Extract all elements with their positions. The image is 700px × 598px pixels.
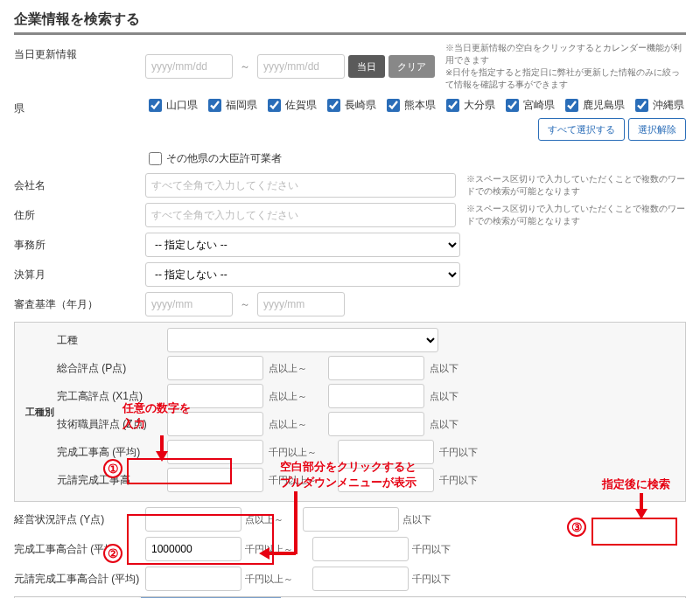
office-label: 事務所 [14,233,145,253]
typebox-row-1-high[interactable] [328,384,424,408]
today-button[interactable]: 当日 [348,55,385,78]
office-select[interactable]: -- 指定しない -- [145,233,460,257]
typebox-row-1-low[interactable] [167,384,263,408]
below-1-high[interactable] [312,537,409,561]
prefecture-checkbox-2[interactable]: 佐賀県 [264,96,317,115]
update-date-to[interactable] [257,54,345,79]
select-all-button[interactable]: すべて選択する [538,118,625,141]
update-date-from[interactable] [145,54,233,79]
clear-date-button[interactable]: クリア [388,55,435,78]
construction-label: 工種 [57,333,162,348]
typebox-row-2-high[interactable] [328,412,424,436]
prefecture-checkbox-6[interactable]: 宮崎県 [502,96,555,115]
typebox-row-label-3: 完成工事高 (平均) [57,445,162,460]
typebox-row-2-low[interactable] [167,412,263,436]
tilde: ～ [240,59,250,74]
below-label-1: 完成工事高合計 (平均) [14,537,145,557]
audit-from[interactable] [145,292,233,316]
typebox-row-label-1: 完工高評点 (X1点) [57,389,162,404]
prefecture-checkbox-1[interactable]: 福岡県 [205,96,257,115]
below-label-0: 経営状況評点 (Y点) [14,507,145,527]
typebox-row-label-0: 総合評点 (P点) [57,361,162,376]
page-title: 企業情報を検索する [14,10,686,35]
address-input[interactable] [145,203,456,227]
audit-to[interactable] [257,292,345,316]
address-label: 住所 [14,203,145,223]
typebox-row-label-4: 元請完成工事高 [57,473,162,488]
update-date-note: ※当日更新情報の空白をクリックするとカレンダー機能が利用できます ※日付を指定す… [445,42,686,91]
pref-label: 県 [14,96,145,116]
below-1-low[interactable] [145,537,242,561]
prefecture-checkbox-8[interactable]: 沖縄県 [632,96,684,115]
typebox-row-label-2: 技術職員評点 (Z点) [57,417,162,432]
prefecture-checkbox-3[interactable]: 長崎県 [324,96,376,115]
update-date-label: 当日更新情報 [14,42,145,62]
type-box-label: 工種別 [22,328,57,496]
prefecture-checkbox-0[interactable]: 山口県 [145,96,198,115]
closing-label: 決算月 [14,262,145,282]
deselect-button[interactable]: 選択解除 [628,118,686,141]
below-2-high[interactable] [312,567,409,591]
other-pref-checkbox[interactable]: その他県の大臣許可業者 [145,150,282,168]
audit-label: 審査基準（年月） [14,292,145,312]
prefecture-checkbox-5[interactable]: 大分県 [443,96,495,115]
typebox-row-0-high[interactable] [328,356,424,380]
typebox-row-4-high[interactable] [338,468,434,492]
construction-select[interactable] [167,328,438,352]
closing-select[interactable]: -- 指定しない -- [145,262,460,287]
prefecture-checkbox-7[interactable]: 鹿児島県 [562,96,625,115]
prefecture-checkbox-group: 山口県 福岡県 佐賀県 長崎県 熊本県 大分県 宮崎県 鹿児島県 沖縄県 [145,96,684,115]
below-0-low[interactable] [145,507,242,532]
company-note: ※スペース区切りで入力していただくことで複数のワードでの検索が可能となります [466,173,686,198]
company-label: 会社名 [14,173,145,193]
typebox-row-0-low[interactable] [167,356,263,380]
below-2-low[interactable] [145,567,242,591]
address-note: ※スペース区切りで入力していただくことで複数のワードでの検索が可能となります [466,203,686,227]
prefecture-checkbox-4[interactable]: 熊本県 [383,96,436,115]
typebox-row-4-low[interactable] [167,468,263,492]
typebox-row-3-high[interactable] [338,440,434,464]
company-input[interactable] [145,173,456,198]
below-label-2: 元請完成工事高合計 (平均) [14,567,145,587]
typebox-row-3-low[interactable] [167,440,263,464]
below-0-high[interactable] [303,507,399,532]
